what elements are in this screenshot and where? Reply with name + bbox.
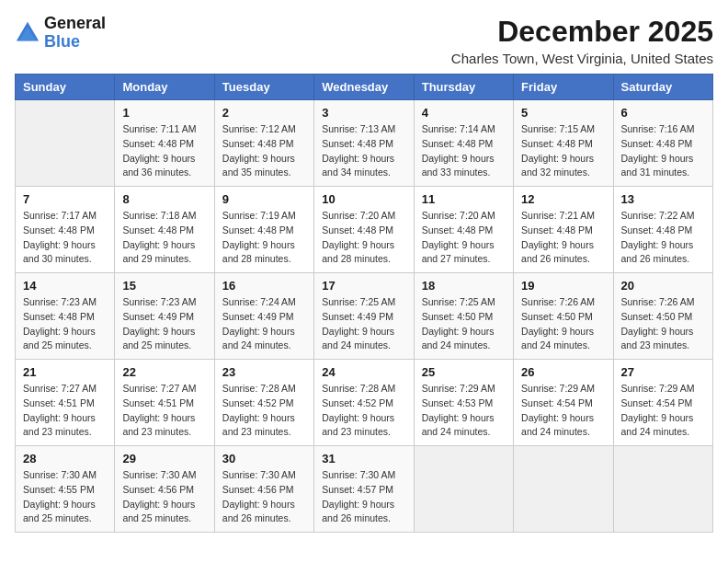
calendar-cell: 9Sunrise: 7:19 AM Sunset: 4:48 PM Daylig…: [214, 187, 313, 273]
calendar-table: SundayMondayTuesdayWednesdayThursdayFrid…: [15, 74, 713, 533]
day-number: 9: [222, 192, 306, 206]
weekday-header-wednesday: Wednesday: [314, 75, 414, 100]
day-info: Sunrise: 7:20 AM Sunset: 4:48 PM Dayligh…: [322, 209, 405, 267]
calendar-week-row: 28Sunrise: 7:30 AM Sunset: 4:55 PM Dayli…: [16, 446, 713, 533]
calendar-week-row: 14Sunrise: 7:23 AM Sunset: 4:48 PM Dayli…: [16, 273, 713, 360]
day-number: 6: [621, 106, 705, 120]
day-info: Sunrise: 7:29 AM Sunset: 4:54 PM Dayligh…: [621, 382, 705, 440]
day-number: 29: [122, 452, 206, 465]
weekday-header-thursday: Thursday: [414, 75, 513, 100]
calendar-cell: [613, 446, 712, 533]
day-number: 23: [222, 365, 306, 379]
day-number: 24: [322, 365, 405, 379]
day-info: Sunrise: 7:12 AM Sunset: 4:48 PM Dayligh…: [222, 122, 306, 180]
day-number: 13: [621, 192, 705, 206]
logo: General Blue: [15, 15, 106, 52]
day-number: 31: [322, 452, 405, 465]
day-info: Sunrise: 7:21 AM Sunset: 4:48 PM Dayligh…: [521, 209, 605, 267]
calendar-week-row: 1Sunrise: 7:11 AM Sunset: 4:48 PM Daylig…: [16, 100, 713, 187]
page-header: General Blue December 2025 Charles Town,…: [15, 15, 713, 66]
day-number: 17: [322, 279, 405, 293]
day-number: 22: [122, 365, 206, 379]
calendar-cell: [16, 100, 115, 187]
calendar-cell: 26Sunrise: 7:29 AM Sunset: 4:54 PM Dayli…: [514, 360, 613, 446]
day-info: Sunrise: 7:28 AM Sunset: 4:52 PM Dayligh…: [222, 382, 306, 440]
day-info: Sunrise: 7:11 AM Sunset: 4:48 PM Dayligh…: [122, 122, 206, 180]
calendar-cell: 21Sunrise: 7:27 AM Sunset: 4:51 PM Dayli…: [16, 360, 115, 446]
day-info: Sunrise: 7:29 AM Sunset: 4:54 PM Dayligh…: [521, 382, 605, 440]
calendar-cell: 11Sunrise: 7:20 AM Sunset: 4:48 PM Dayli…: [414, 187, 513, 273]
location-title: Charles Town, West Virginia, United Stat…: [451, 51, 713, 66]
weekday-header-monday: Monday: [115, 75, 214, 100]
day-info: Sunrise: 7:28 AM Sunset: 4:52 PM Dayligh…: [322, 382, 405, 440]
calendar-cell: 25Sunrise: 7:29 AM Sunset: 4:53 PM Dayli…: [414, 360, 513, 446]
day-number: 11: [422, 192, 506, 206]
calendar-cell: 14Sunrise: 7:23 AM Sunset: 4:48 PM Dayli…: [16, 273, 115, 360]
calendar-cell: 10Sunrise: 7:20 AM Sunset: 4:48 PM Dayli…: [314, 187, 414, 273]
day-number: 18: [422, 279, 506, 293]
day-info: Sunrise: 7:16 AM Sunset: 4:48 PM Dayligh…: [621, 122, 705, 180]
day-number: 2: [222, 106, 306, 120]
calendar-week-row: 7Sunrise: 7:17 AM Sunset: 4:48 PM Daylig…: [16, 187, 713, 273]
calendar-cell: 18Sunrise: 7:25 AM Sunset: 4:50 PM Dayli…: [414, 273, 513, 360]
day-info: Sunrise: 7:22 AM Sunset: 4:48 PM Dayligh…: [621, 209, 705, 267]
calendar-cell: 6Sunrise: 7:16 AM Sunset: 4:48 PM Daylig…: [613, 100, 712, 187]
weekday-header-friday: Friday: [514, 75, 613, 100]
day-number: 16: [222, 279, 306, 293]
day-number: 30: [222, 452, 306, 465]
day-info: Sunrise: 7:14 AM Sunset: 4:48 PM Dayligh…: [422, 122, 506, 180]
day-info: Sunrise: 7:25 AM Sunset: 4:50 PM Dayligh…: [422, 295, 506, 353]
day-number: 8: [122, 192, 206, 206]
day-info: Sunrise: 7:30 AM Sunset: 4:56 PM Dayligh…: [222, 468, 306, 526]
calendar-cell: 20Sunrise: 7:26 AM Sunset: 4:50 PM Dayli…: [613, 273, 712, 360]
day-info: Sunrise: 7:17 AM Sunset: 4:48 PM Dayligh…: [23, 209, 107, 267]
calendar-cell: 31Sunrise: 7:30 AM Sunset: 4:57 PM Dayli…: [314, 446, 414, 533]
day-number: 3: [322, 106, 405, 120]
calendar-cell: [514, 446, 613, 533]
day-number: 27: [621, 365, 705, 379]
day-info: Sunrise: 7:25 AM Sunset: 4:49 PM Dayligh…: [322, 295, 405, 353]
day-info: Sunrise: 7:23 AM Sunset: 4:49 PM Dayligh…: [122, 295, 206, 353]
calendar-cell: 22Sunrise: 7:27 AM Sunset: 4:51 PM Dayli…: [115, 360, 214, 446]
day-info: Sunrise: 7:27 AM Sunset: 4:51 PM Dayligh…: [122, 382, 206, 440]
day-info: Sunrise: 7:15 AM Sunset: 4:48 PM Dayligh…: [521, 122, 605, 180]
day-info: Sunrise: 7:29 AM Sunset: 4:53 PM Dayligh…: [422, 382, 506, 440]
day-info: Sunrise: 7:19 AM Sunset: 4:48 PM Dayligh…: [222, 209, 306, 267]
day-number: 25: [422, 365, 506, 379]
calendar-cell: 28Sunrise: 7:30 AM Sunset: 4:55 PM Dayli…: [16, 446, 115, 533]
day-info: Sunrise: 7:13 AM Sunset: 4:48 PM Dayligh…: [322, 122, 405, 180]
day-info: Sunrise: 7:24 AM Sunset: 4:49 PM Dayligh…: [222, 295, 306, 353]
weekday-header-sunday: Sunday: [16, 75, 115, 100]
day-info: Sunrise: 7:20 AM Sunset: 4:48 PM Dayligh…: [422, 209, 506, 267]
day-info: Sunrise: 7:26 AM Sunset: 4:50 PM Dayligh…: [621, 295, 705, 353]
day-number: 28: [23, 452, 107, 465]
calendar-cell: 15Sunrise: 7:23 AM Sunset: 4:49 PM Dayli…: [115, 273, 214, 360]
day-number: 10: [322, 192, 405, 206]
calendar-cell: 8Sunrise: 7:18 AM Sunset: 4:48 PM Daylig…: [115, 187, 214, 273]
calendar-week-row: 21Sunrise: 7:27 AM Sunset: 4:51 PM Dayli…: [16, 360, 713, 446]
calendar-cell: 1Sunrise: 7:11 AM Sunset: 4:48 PM Daylig…: [115, 100, 214, 187]
day-info: Sunrise: 7:23 AM Sunset: 4:48 PM Dayligh…: [23, 295, 107, 353]
day-info: Sunrise: 7:30 AM Sunset: 4:55 PM Dayligh…: [23, 468, 107, 526]
calendar-cell: 13Sunrise: 7:22 AM Sunset: 4:48 PM Dayli…: [613, 187, 712, 273]
day-number: 21: [23, 365, 107, 379]
day-number: 12: [521, 192, 605, 206]
calendar-cell: 3Sunrise: 7:13 AM Sunset: 4:48 PM Daylig…: [314, 100, 414, 187]
day-number: 4: [422, 106, 506, 120]
month-title: December 2025: [451, 15, 713, 49]
calendar-cell: 29Sunrise: 7:30 AM Sunset: 4:56 PM Dayli…: [115, 446, 214, 533]
weekday-header-tuesday: Tuesday: [214, 75, 313, 100]
calendar-cell: 23Sunrise: 7:28 AM Sunset: 4:52 PM Dayli…: [214, 360, 313, 446]
calendar-cell: 2Sunrise: 7:12 AM Sunset: 4:48 PM Daylig…: [214, 100, 313, 187]
day-number: 7: [23, 192, 107, 206]
day-info: Sunrise: 7:30 AM Sunset: 4:57 PM Dayligh…: [322, 468, 405, 526]
day-info: Sunrise: 7:26 AM Sunset: 4:50 PM Dayligh…: [521, 295, 605, 353]
day-number: 19: [521, 279, 605, 293]
weekday-header-saturday: Saturday: [613, 75, 712, 100]
calendar-cell: 19Sunrise: 7:26 AM Sunset: 4:50 PM Dayli…: [514, 273, 613, 360]
calendar-cell: 24Sunrise: 7:28 AM Sunset: 4:52 PM Dayli…: [314, 360, 414, 446]
day-number: 26: [521, 365, 605, 379]
calendar-cell: [414, 446, 513, 533]
calendar-cell: 16Sunrise: 7:24 AM Sunset: 4:49 PM Dayli…: [214, 273, 313, 360]
logo-icon: [15, 20, 40, 46]
